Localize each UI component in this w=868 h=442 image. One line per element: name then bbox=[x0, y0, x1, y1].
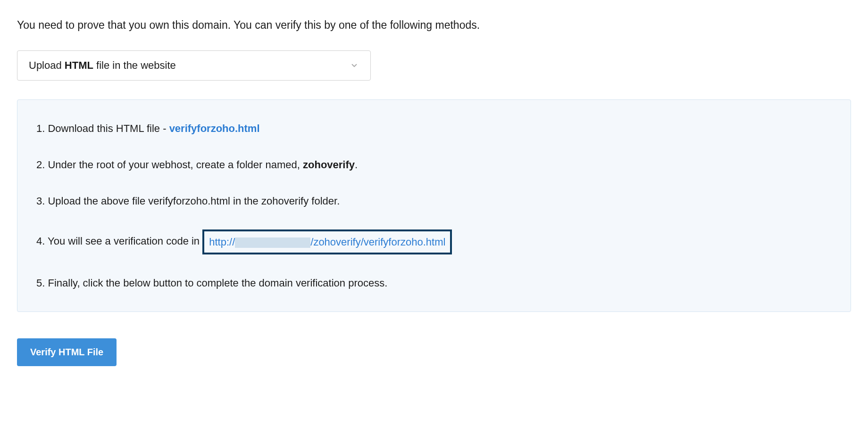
verify-html-file-button[interactable]: Verify HTML File bbox=[17, 338, 117, 366]
instruction-step-5: 5. Finally, click the below button to co… bbox=[36, 275, 832, 291]
chevron-down-icon bbox=[350, 61, 359, 70]
instruction-step-1: 1. Download this HTML file - verifyforzo… bbox=[36, 121, 832, 136]
url-prefix: http:// bbox=[209, 236, 235, 248]
step2-prefix: 2. Under the root of your webhost, creat… bbox=[36, 159, 303, 171]
redacted-domain bbox=[235, 237, 310, 248]
dropdown-suffix: file in the website bbox=[93, 59, 176, 71]
instruction-step-4: 4. You will see a verification code in h… bbox=[36, 229, 832, 254]
instructions-panel: 1. Download this HTML file - verifyforzo… bbox=[17, 99, 851, 312]
instruction-step-2: 2. Under the root of your webhost, creat… bbox=[36, 157, 832, 172]
step2-bold: zohoverify bbox=[303, 159, 355, 171]
url-suffix: /zohoverify/verifyforzoho.html bbox=[310, 236, 445, 248]
dropdown-prefix: Upload bbox=[29, 59, 65, 71]
step4-prefix: 4. You will see a verification code in bbox=[36, 235, 202, 247]
verification-method-dropdown[interactable]: Upload HTML file in the website bbox=[17, 50, 371, 81]
download-html-link[interactable]: verifyforzoho.html bbox=[169, 123, 260, 134]
step1-text: 1. Download this HTML file - bbox=[36, 123, 169, 134]
instruction-step-3: 3. Upload the above file verifyforzoho.h… bbox=[36, 193, 832, 209]
dropdown-label: Upload HTML file in the website bbox=[29, 59, 176, 72]
intro-text: You need to prove that you own this doma… bbox=[17, 19, 851, 32]
dropdown-bold: HTML bbox=[65, 59, 93, 71]
verification-url-link[interactable]: http:///zohoverify/verifyforzoho.html bbox=[209, 236, 445, 248]
step2-suffix: . bbox=[355, 159, 358, 171]
verification-url-box: http:///zohoverify/verifyforzoho.html bbox=[202, 229, 452, 254]
